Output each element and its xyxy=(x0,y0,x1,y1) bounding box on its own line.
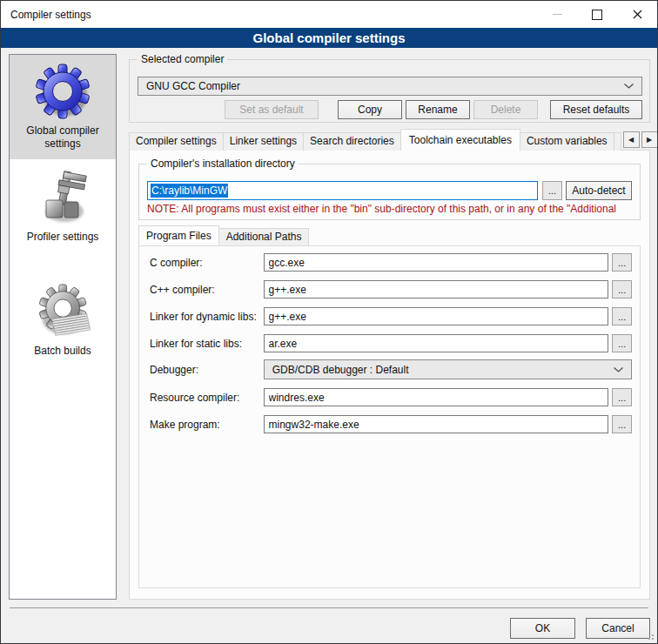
titlebar: Compiler settings xyxy=(1,1,657,28)
make-program-input[interactable] xyxy=(264,415,609,433)
installation-directory-row: C:\raylib\MinGW ... Auto-detect xyxy=(147,181,632,200)
maximize-button[interactable] xyxy=(577,1,617,28)
dynamic-linker-row: Linker for dynamic libs: ... xyxy=(150,307,632,325)
cancel-button[interactable]: Cancel xyxy=(586,618,650,639)
debugger-select[interactable]: GDB/CDB debugger : Default xyxy=(264,359,632,379)
dialog-header: Global compiler settings xyxy=(1,28,657,48)
selected-compiler-group: Selected compiler GNU GCC Compiler Set a… xyxy=(129,59,650,123)
close-button[interactable] xyxy=(617,1,657,28)
toolchain-executables-page: Compiler's installation directory C:\ray… xyxy=(129,150,650,600)
resource-compiler-row: Resource compiler: ... xyxy=(150,388,632,406)
caption-buttons xyxy=(537,1,657,28)
sidebar-item-profiler-settings[interactable]: Profiler settings xyxy=(10,161,116,252)
tab-scroll-left-button[interactable]: ◀ xyxy=(623,131,640,148)
footer-separator xyxy=(10,607,648,608)
sidebar-item-global-compiler-settings[interactable]: Global compiler settings xyxy=(10,55,116,159)
subtab-program-files[interactable]: Program Files xyxy=(138,225,219,245)
delete-button: Delete xyxy=(473,100,538,119)
tab-scroll-arrows: ◀ ▶ xyxy=(621,131,658,148)
tab-toolchain-executables[interactable]: Toolchain executables xyxy=(400,129,520,151)
gear-stack-icon xyxy=(35,284,91,339)
tab-linker-settings[interactable]: Linker settings xyxy=(223,132,304,151)
set-as-default-button: Set as default xyxy=(225,100,319,119)
install-dir-input[interactable]: C:\raylib\MinGW xyxy=(147,181,538,200)
make-program-label: Make program: xyxy=(150,419,264,431)
program-files-page: C compiler: ... C++ compiler: ... Linker… xyxy=(138,245,641,588)
static-linker-row: Linker for static libs: ... xyxy=(150,334,632,352)
sidebar-item-label: Batch builds xyxy=(11,345,114,358)
c-compiler-browse-button[interactable]: ... xyxy=(612,253,632,272)
c-compiler-input[interactable] xyxy=(264,253,609,272)
make-program-row: Make program: ... xyxy=(150,415,632,433)
tab-compiler-settings[interactable]: Compiler settings xyxy=(129,132,224,151)
minimize-button[interactable] xyxy=(537,1,577,28)
subtab-additional-paths[interactable]: Additional Paths xyxy=(218,228,310,245)
compiler-select[interactable]: GNU GCC Compiler xyxy=(138,77,642,96)
c-compiler-row: C compiler: ... xyxy=(150,253,632,272)
install-dir-note: NOTE: All programs must exist either in … xyxy=(147,203,638,215)
debugger-select-value: GDB/CDB debugger : Default xyxy=(272,364,409,376)
ok-button[interactable]: OK xyxy=(510,618,575,639)
window-title: Compiler settings xyxy=(1,9,91,21)
minimize-icon xyxy=(553,14,562,15)
installation-directory-group: Compiler's installation directory C:\ray… xyxy=(138,164,641,220)
static-linker-label: Linker for static libs: xyxy=(150,338,264,350)
sidebar-item-label: Profiler settings xyxy=(11,231,114,244)
cpp-compiler-input[interactable] xyxy=(264,280,609,299)
sidebar-item-label: Global compiler settings xyxy=(11,124,114,151)
tab-custom-variables[interactable]: Custom variables xyxy=(520,132,614,151)
dynamic-linker-input[interactable] xyxy=(264,307,609,325)
cpp-compiler-label: C++ compiler: xyxy=(150,284,264,296)
tab-search-directories[interactable]: Search directories xyxy=(303,132,401,151)
cpp-compiler-row: C++ compiler: ... xyxy=(150,280,632,299)
arrow-right-icon: ▶ xyxy=(647,136,652,144)
install-dir-selected-text: C:\raylib\MinGW xyxy=(151,184,228,198)
settings-tabstrip: Compiler settings Linker settings Search… xyxy=(129,129,652,151)
resize-grip[interactable] xyxy=(646,632,655,641)
resource-compiler-input[interactable] xyxy=(264,388,609,406)
gear-blue-icon xyxy=(35,64,91,119)
debugger-label: Debugger: xyxy=(150,364,264,376)
settings-category-list: Global compiler settings Profiler settin… xyxy=(9,54,117,600)
copy-button[interactable]: Copy xyxy=(338,100,402,119)
compiler-actions: Set as default Copy Rename Delete Reset … xyxy=(225,100,642,119)
auto-detect-button[interactable]: Auto-detect xyxy=(566,181,632,200)
rename-button[interactable]: Rename xyxy=(406,100,470,119)
static-linker-browse-button[interactable]: ... xyxy=(612,334,632,352)
compiler-select-value: GNU GCC Compiler xyxy=(146,80,240,92)
cpp-compiler-browse-button[interactable]: ... xyxy=(612,280,632,299)
installation-directory-legend: Compiler's installation directory xyxy=(147,158,299,170)
resource-compiler-browse-button[interactable]: ... xyxy=(612,388,632,406)
resource-compiler-label: Resource compiler: xyxy=(150,392,264,404)
static-linker-input[interactable] xyxy=(264,334,609,352)
caliper-icon xyxy=(35,170,91,225)
install-dir-browse-button[interactable]: ... xyxy=(542,181,562,200)
close-icon xyxy=(633,10,642,19)
programs-subtabstrip: Program Files Additional Paths xyxy=(138,225,308,245)
compiler-settings-window: Compiler settings Global compiler settin… xyxy=(0,0,658,644)
maximize-icon xyxy=(592,10,602,20)
reset-defaults-button[interactable]: Reset defaults xyxy=(550,100,642,119)
selected-compiler-legend: Selected compiler xyxy=(138,53,227,65)
dynamic-linker-browse-button[interactable]: ... xyxy=(612,307,632,325)
tab-scroll-right-button[interactable]: ▶ xyxy=(641,131,658,148)
chevron-down-icon xyxy=(614,367,623,372)
sidebar-item-batch-builds[interactable]: Batch builds xyxy=(10,275,116,366)
dynamic-linker-label: Linker for dynamic libs: xyxy=(150,311,264,323)
tab-build-options[interactable]: Build options xyxy=(614,132,621,151)
chevron-down-icon xyxy=(624,84,634,89)
c-compiler-label: C compiler: xyxy=(150,257,264,269)
debugger-row: Debugger: GDB/CDB debugger : Default xyxy=(150,360,632,379)
make-program-browse-button[interactable]: ... xyxy=(612,415,632,433)
arrow-left-icon: ◀ xyxy=(628,136,634,144)
